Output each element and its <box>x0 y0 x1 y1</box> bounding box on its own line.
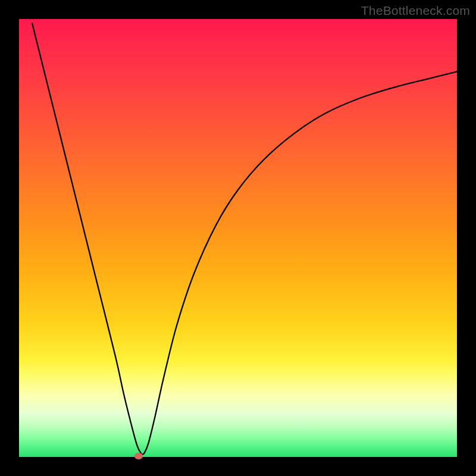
watermark-text: TheBottleneck.com <box>361 4 470 18</box>
bottleneck-curve <box>32 23 457 454</box>
curve-layer <box>19 19 457 457</box>
plot-area <box>19 19 457 457</box>
chart-container: TheBottleneck.com <box>0 0 476 476</box>
optimal-point-marker <box>134 453 143 459</box>
